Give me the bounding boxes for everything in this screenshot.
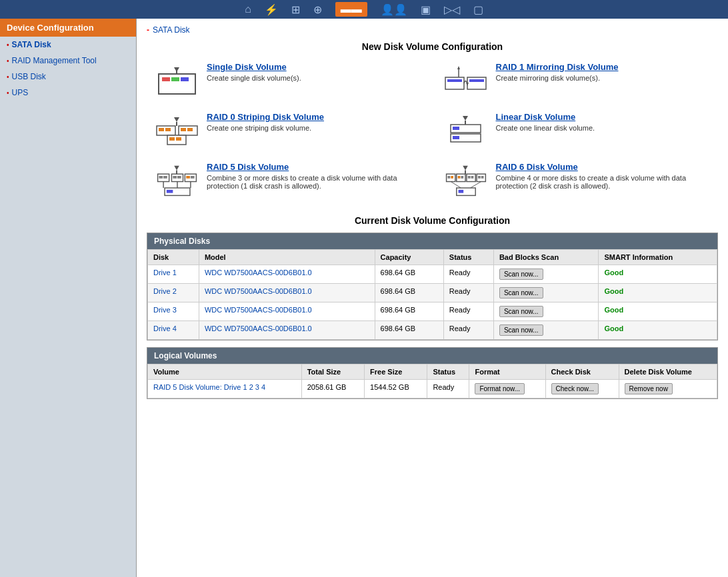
scan-now-button[interactable]: Scan now... (499, 324, 543, 336)
svg-rect-0 (159, 74, 195, 94)
svg-rect-36 (173, 176, 177, 179)
svg-rect-7 (447, 79, 462, 82)
svg-marker-5 (174, 67, 179, 72)
raid1-title[interactable]: RAID 1 Mirroring Disk Volume (496, 62, 619, 72)
raid0-volume-item[interactable]: RAID 0 Striping Disk Volume Create one s… (153, 112, 423, 152)
display-icon[interactable]: ▬▬ (335, 2, 367, 17)
single-disk-title[interactable]: Single Disk Volume (207, 62, 301, 72)
sidebar-item-sata-disk[interactable]: • SATA Disk (0, 37, 136, 53)
raid6-icon (443, 162, 489, 202)
svg-rect-53 (461, 176, 463, 179)
logical-volumes-table: Volume Total Size Free Size Status Forma… (147, 364, 717, 398)
svg-rect-9 (469, 79, 484, 82)
scan-now-button[interactable]: Scan now... (499, 306, 543, 317)
bullet-icon: • (7, 89, 9, 97)
physical-disk-row: Drive 1 WDC WD7500AACS-00D6B01.0 698.64 … (148, 265, 717, 284)
sidebar-label-ups: UPS (12, 88, 29, 97)
current-volume-section-title: Current Disk Volume Configuration (147, 215, 718, 226)
settings-icon[interactable]: ⊕ (313, 3, 322, 16)
remove-now-button[interactable]: Remove now (625, 383, 673, 394)
svg-rect-50 (451, 176, 453, 179)
linear-desc: Create one linear disk volume. (496, 124, 595, 132)
sidebar-header: Device Configuration (0, 19, 136, 37)
raid1-desc: Create mirroring disk volume(s). (496, 74, 619, 82)
lv-col-status: Status (427, 364, 469, 380)
disk-model: WDC WD7500AACS-00D6B01.0 (199, 265, 375, 284)
svg-rect-17 (165, 128, 171, 131)
monitor-icon[interactable]: ▣ (421, 3, 431, 16)
single-disk-icon (153, 62, 200, 102)
scan-now-button[interactable]: Scan now... (499, 287, 543, 298)
svg-rect-37 (177, 176, 181, 179)
col-capacity: Capacity (375, 250, 443, 265)
lv-check-cell: Check now... (545, 380, 619, 398)
svg-rect-40 (190, 176, 194, 179)
disk-name: Drive 2 (148, 284, 199, 302)
lv-col-check: Check Disk (545, 364, 619, 380)
svg-rect-58 (478, 176, 481, 179)
svg-rect-19 (181, 128, 186, 131)
raid0-title[interactable]: RAID 0 Striping Disk Volume (207, 112, 324, 122)
col-smart: SMART Information (599, 250, 717, 265)
svg-rect-6 (445, 77, 464, 89)
raid6-text: RAID 6 Disk Volume Combine 4 or more dis… (496, 162, 712, 190)
raid0-text: RAID 0 Striping Disk Volume Create one s… (207, 112, 324, 132)
svg-rect-34 (163, 176, 167, 179)
raid1-icon (443, 62, 489, 102)
raid6-desc: Combine 4 or more disks to create a disk… (496, 174, 712, 190)
col-model: Model (199, 250, 375, 265)
grid-icon[interactable]: ⊞ (291, 3, 300, 16)
disk-scan-cell: Scan now... (493, 284, 599, 302)
svg-line-60 (451, 181, 461, 187)
svg-rect-45 (166, 189, 172, 193)
raid1-volume-item[interactable]: RAID 1 Mirroring Disk Volume Create mirr… (443, 62, 712, 102)
raid5-volume-item[interactable]: RAID 5 Disk Volume Combine 3 or more dis… (153, 162, 423, 202)
svg-marker-46 (463, 165, 468, 170)
breadcrumb-link[interactable]: SATA Disk (153, 25, 190, 35)
svg-marker-11 (457, 66, 460, 69)
svg-rect-52 (458, 176, 461, 179)
logical-volumes-header: Logical Volumes (147, 348, 717, 364)
disk-capacity: 698.64 GB (375, 265, 443, 284)
scan-now-button[interactable]: Scan now... (499, 269, 543, 280)
linear-title[interactable]: Linear Disk Volume (496, 112, 595, 122)
single-disk-volume-item[interactable]: Single Disk Volume Create single disk vo… (153, 62, 423, 102)
format-now-button[interactable]: Format now... (475, 383, 525, 394)
lv-delete-cell: Remove now (619, 380, 717, 398)
raid5-icon (153, 162, 200, 202)
home-icon[interactable]: ⌂ (245, 3, 251, 15)
linear-volume-item[interactable]: Linear Disk Volume Create one linear dis… (443, 112, 712, 152)
raid6-title[interactable]: RAID 6 Disk Volume (496, 162, 712, 172)
check-now-button[interactable]: Check now... (551, 383, 599, 394)
sidebar-item-usb[interactable]: • USB Disk (0, 69, 136, 85)
lv-col-format: Format (469, 364, 545, 380)
svg-rect-22 (169, 137, 175, 141)
physical-disks-container: Physical Disks Disk Model Capacity Statu… (147, 233, 718, 340)
user-icon[interactable]: 👤👤 (381, 3, 407, 16)
lv-free-size: 1544.52 GB (365, 380, 427, 398)
svg-rect-59 (481, 176, 484, 179)
physical-disk-row: Drive 4 WDC WD7500AACS-00D6B01.0 698.64 … (148, 321, 717, 340)
lv-col-total: Total Size (301, 364, 364, 380)
linear-icon (443, 112, 489, 152)
arrows-icon[interactable]: ▷◁ (444, 3, 460, 16)
raid5-text: RAID 5 Disk Volume Combine 3 or more dis… (207, 162, 423, 190)
disk-model: WDC WD7500AACS-00D6B01.0 (199, 321, 375, 340)
logical-volume-row: RAID 5 Disk Volume: Drive 1 2 3 4 2058.6… (148, 380, 717, 398)
col-disk: Disk (148, 250, 199, 265)
sidebar-item-ups[interactable]: • UPS (0, 85, 136, 101)
sidebar-label-sata: SATA Disk (12, 40, 51, 49)
svg-rect-49 (447, 176, 450, 179)
sidebar-item-raid[interactable]: • RAID Management Tool (0, 53, 136, 69)
raid5-title[interactable]: RAID 5 Disk Volume (207, 162, 423, 172)
lightning-icon[interactable]: ⚡ (265, 3, 278, 16)
window-icon[interactable]: ▢ (473, 3, 483, 16)
svg-line-61 (471, 181, 481, 187)
physical-disks-header: Physical Disks (147, 233, 717, 249)
new-volume-section-title: New Disk Volume Configuration (147, 41, 718, 52)
disk-capacity: 698.64 GB (375, 302, 443, 321)
sidebar-label-raid: RAID Management Tool (12, 56, 97, 65)
svg-rect-20 (187, 128, 193, 131)
raid6-volume-item[interactable]: RAID 6 Disk Volume Combine 4 or more dis… (443, 162, 712, 202)
col-status: Status (443, 250, 493, 265)
